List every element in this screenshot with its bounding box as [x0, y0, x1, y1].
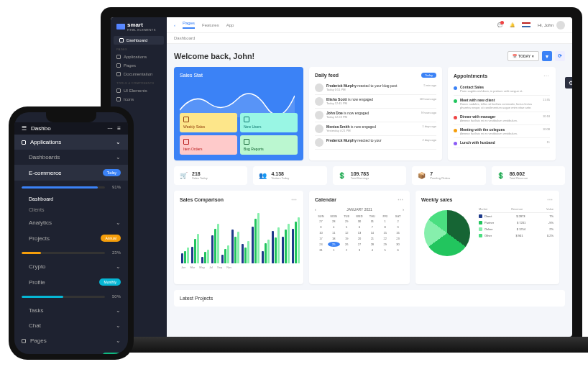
mobile-nav-item[interactable]: Tasks⌄ — [14, 303, 128, 318]
card-menu-icon[interactable]: ⋯ — [543, 73, 550, 79]
calendar-day[interactable]: 29 — [341, 219, 353, 224]
mobile-nav-item[interactable]: Crypto⌄ — [14, 259, 128, 274]
cal-prev-icon[interactable]: ‹ — [315, 207, 316, 212]
feed-item[interactable]: Monica Smith is now engagedYesterday 4:2… — [315, 122, 436, 136]
card-menu-icon[interactable]: ⋯ — [291, 196, 298, 203]
feed-item[interactable]: John Doe is now engagedToday 12:23 PM9 h… — [315, 109, 436, 122]
daily-feed-card: Daily feedToday Frederick Murphy reacted… — [309, 67, 442, 160]
mobile-nav-subitem[interactable]: Clients — [14, 204, 128, 215]
flag-icon[interactable] — [522, 22, 530, 27]
calendar-day[interactable]: 3 — [354, 248, 366, 253]
calendar-day[interactable]: 2 — [341, 248, 353, 253]
calendar-day[interactable]: 26 — [341, 242, 353, 247]
calendar-day[interactable]: 31 — [315, 248, 327, 253]
chat-icon[interactable]: 💬 — [497, 22, 502, 27]
calendar-day[interactable]: 31 — [366, 219, 378, 224]
tab-pages[interactable]: Pages — [183, 21, 195, 29]
calendar-day[interactable]: 12 — [341, 230, 353, 235]
stat-tile[interactable]: New Users — [240, 113, 298, 132]
menu-icon[interactable]: ≡ — [117, 125, 121, 132]
mobile-nav-item[interactable]: Pages⌄ — [14, 333, 128, 348]
appointment-item[interactable]: Meeting with the coleguesAenean facilisi… — [454, 125, 550, 138]
mobile-nav-item[interactable]: ProfileMonthly — [14, 274, 128, 290]
calendar-day[interactable]: 15 — [379, 230, 391, 235]
mobile-nav-item[interactable]: Dashboards⌄ — [14, 150, 128, 165]
refresh-button[interactable]: ⟳ — [555, 51, 565, 61]
feed-item[interactable]: Elisha Scott is now engagedToday 12:45 P… — [315, 95, 436, 109]
calendar-day[interactable]: 5 — [379, 248, 391, 253]
more-icon[interactable]: ⋯ — [107, 125, 113, 132]
mobile-nav-item[interactable]: ProjectsAnnual — [14, 230, 128, 246]
appointment-item[interactable]: Lunch with husband11 — [454, 138, 550, 148]
calendar-day[interactable]: 3 — [315, 224, 327, 230]
calendar-day[interactable]: 25 — [328, 242, 340, 247]
appointment-item[interactable]: Dinner with managerAenean facilisis mi e… — [454, 112, 550, 125]
cal-next-icon[interactable]: › — [403, 207, 404, 212]
kpi-stat: 🛒218Sales Today — [174, 166, 247, 185]
mobile-nav-item[interactable]: Chat⌄ — [14, 318, 128, 333]
calendar-day[interactable]: 14 — [366, 230, 378, 235]
calendar-day[interactable]: 30 — [354, 219, 366, 224]
feed-badge: Today — [421, 73, 436, 78]
calendar-day[interactable]: 4 — [328, 224, 340, 230]
mobile-nav-item[interactable]: E-commerceToday — [14, 165, 128, 181]
menu-icon[interactable]: ☰ — [22, 125, 27, 132]
stat-tile[interactable]: Weekly Sales — [180, 113, 237, 132]
calendar-day[interactable]: 13 — [354, 230, 366, 235]
calendar-day[interactable]: 18 — [328, 236, 340, 241]
stat-tile[interactable]: Item Orders — [180, 135, 237, 155]
tab-app[interactable]: App — [226, 23, 234, 27]
mobile-nav-item[interactable]: Applications⌄ — [14, 135, 128, 150]
calendar-day[interactable]: 28 — [328, 219, 340, 224]
card-menu-icon[interactable]: ⋯ — [398, 196, 404, 203]
sidebar-item[interactable]: Applications — [111, 53, 167, 61]
calendar-day[interactable]: 28 — [366, 242, 378, 247]
calendar-day[interactable]: 27 — [315, 219, 327, 224]
stat-tile[interactable]: Bug Reports — [240, 135, 298, 155]
mobile-nav-item[interactable]: Analytics⌄ — [14, 215, 128, 230]
menu-toggle-icon[interactable]: ‹ — [174, 23, 175, 27]
sidebar-item-dashboard[interactable]: Dashboard — [114, 36, 164, 45]
appointment-item[interactable]: Contact SalesProin sagittis nisl diam, i… — [454, 83, 550, 96]
bell-icon[interactable]: 🔔 — [510, 22, 515, 27]
calendar-day[interactable]: 24 — [315, 242, 327, 247]
calendar-day[interactable]: 16 — [392, 230, 404, 235]
calendar-day[interactable]: 10 — [315, 230, 327, 235]
calendar-day[interactable]: 4 — [366, 248, 378, 253]
feed-item[interactable]: Frederick Murphy reacted to your blog po… — [315, 81, 436, 95]
calendar-day[interactable]: 8 — [379, 224, 391, 230]
sidebar-item[interactable]: Icons — [111, 95, 167, 104]
calendar-day[interactable]: 5 — [341, 224, 353, 230]
mobile-nav-item[interactable]: DocumentationYearly — [14, 348, 128, 354]
calendar-day[interactable]: 7 — [366, 224, 378, 230]
sidebar-item[interactable]: Documentation — [111, 70, 167, 78]
calendar-day[interactable]: 27 — [354, 242, 366, 247]
calendar-day[interactable]: 6 — [392, 248, 404, 253]
sidebar-item[interactable]: UI Elements — [111, 86, 167, 95]
calendar-day[interactable]: 19 — [341, 236, 353, 241]
calendar-day[interactable]: 17 — [315, 236, 327, 241]
calendar-day[interactable]: 23 — [392, 236, 404, 241]
user-menu[interactable]: Hi, John — [538, 21, 565, 30]
calendar-day[interactable]: 9 — [392, 224, 404, 230]
calendar-day[interactable]: 21 — [366, 236, 378, 241]
tab-features[interactable]: Features — [202, 23, 219, 27]
calendar-day[interactable]: 11 — [328, 230, 340, 235]
calendar-day[interactable]: 22 — [379, 236, 391, 241]
card-menu-icon[interactable]: ⋯ — [547, 196, 553, 203]
calendar-day[interactable]: 29 — [379, 242, 391, 247]
filter-button[interactable]: ▼ — [542, 51, 552, 61]
sidebar-item[interactable]: Pages — [111, 61, 167, 70]
brand-logo[interactable]: smart HTML ELEMENTS — [111, 22, 167, 36]
calendar-day[interactable]: 2 — [392, 219, 404, 224]
calendar-day[interactable]: 1 — [379, 219, 391, 224]
feed-item[interactable]: Frederick Murphy reacted to your2 days a… — [315, 136, 436, 150]
calendar-day[interactable]: 30 — [392, 242, 404, 247]
date-range-button[interactable]: 📅 TODAY ▾ — [507, 51, 539, 61]
appointment-item[interactable]: Meet with new clientDonec sodales, tellu… — [454, 96, 550, 112]
mobile-nav-subitem[interactable]: Dashboard — [14, 194, 128, 204]
settings-drawer-icon[interactable]: ⚙ — [565, 77, 572, 89]
calendar-day[interactable]: 20 — [354, 236, 366, 241]
calendar-day[interactable]: 6 — [354, 224, 366, 230]
calendar-day[interactable]: 1 — [328, 248, 340, 253]
